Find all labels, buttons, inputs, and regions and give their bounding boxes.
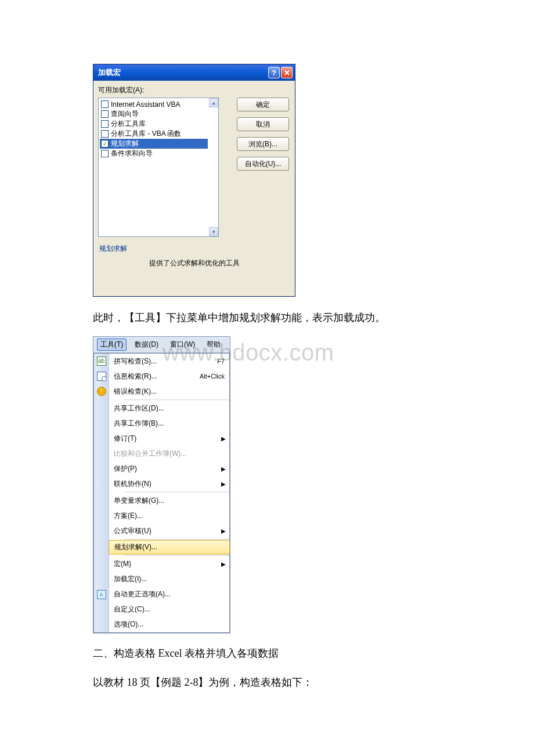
menu-item-solver[interactable]: 规划求解(V)...: [109, 540, 230, 555]
scroll-up-button[interactable]: ▴: [209, 98, 218, 107]
autocorrect-icon: A: [97, 590, 106, 599]
list-item[interactable]: 分析工具库 - VBA 函数: [100, 129, 208, 139]
group-description: 提供了公式求解和优化的工具: [98, 254, 290, 291]
menu-item-label: 错误检查(K)...: [114, 387, 225, 397]
menu-item-label: 单变量求解(G)...: [114, 496, 225, 506]
menu-item-label: 加载宏(I)...: [114, 574, 225, 584]
submenu-arrow-icon: ▶: [221, 528, 226, 534]
menu-tools[interactable]: 工具(T): [97, 339, 127, 351]
list-item-label: 分析工具库: [111, 119, 146, 129]
tools-menu-screenshot: 工具(T) 数据(D) 窗口(W) 帮助 ab !: [93, 336, 230, 633]
menu-item-accel: Alt+Click: [200, 373, 225, 380]
menu-item-label: 比较和合并工作簿(W)...: [114, 449, 225, 459]
menu-item-options[interactable]: 选项(O)...: [109, 617, 229, 632]
ok-button[interactable]: 确定: [237, 98, 289, 111]
menu-item-label: 修订(T): [114, 434, 225, 444]
checkbox-icon[interactable]: [101, 150, 109, 157]
menu-item-label: 规划求解(V)...: [114, 542, 224, 552]
list-item-label: Internet Assistant VBA: [111, 100, 180, 109]
menu-bar: 工具(T) 数据(D) 窗口(W) 帮助: [93, 337, 230, 353]
menu-data[interactable]: 数据(D): [131, 339, 162, 351]
menu-item-shared-workspace[interactable]: 共享工作区(D)...: [109, 401, 229, 416]
list-item-label: 分析工具库 - VBA 函数: [111, 129, 181, 139]
list-item-label: 查阅向导: [111, 109, 139, 119]
dialog-titlebar[interactable]: 加载宏 ? ✕: [93, 64, 295, 81]
paragraph-2: 二、构造表格 Excel 表格并填入各项数据: [93, 643, 441, 664]
menu-item-online-collaboration[interactable]: 联机协作(N) ▶: [109, 476, 229, 491]
menu-window[interactable]: 窗口(W): [167, 339, 199, 351]
menu-item-goal-seek[interactable]: 单变量求解(G)...: [109, 493, 229, 508]
menu-item-autocorrect[interactable]: 自动更正选项(A)...: [109, 586, 229, 602]
list-item[interactable]: 条件求和向导: [100, 149, 208, 159]
menu-item-label: 选项(O)...: [114, 620, 225, 629]
error-check-icon: !: [97, 387, 106, 396]
menu-item-formula-auditing[interactable]: 公式审核(U) ▶: [109, 523, 229, 538]
menu-item-label: 公式审核(U): [114, 526, 225, 536]
scroll-down-button[interactable]: ▾: [209, 227, 218, 236]
menu-item-label: 方案(E)...: [114, 511, 225, 521]
menu-item-customize[interactable]: 自定义(C)...: [109, 602, 229, 617]
menu-item-compare-merge: 比较和合并工作簿(W)...: [109, 446, 229, 461]
list-item-label: 规划求解: [111, 139, 139, 149]
menu-item-errorcheck[interactable]: 错误检查(K)...: [109, 384, 229, 399]
checkbox-icon[interactable]: [101, 100, 109, 108]
list-item[interactable]: 查阅向导: [100, 109, 208, 119]
tools-dropdown: ab ! A: [93, 353, 230, 633]
available-addins-label: 可用加载宏(A):: [98, 85, 290, 95]
cancel-button[interactable]: 取消: [237, 117, 289, 131]
automation-button[interactable]: 自动化(U)...: [237, 157, 289, 171]
menu-icon-column: ab ! A: [94, 354, 109, 632]
dialog-title: 加载宏: [98, 67, 267, 78]
menu-separator: [124, 555, 229, 556]
menu-item-macro[interactable]: 宏(M) ▶: [109, 556, 229, 571]
group-name-label: 规划求解: [98, 244, 290, 254]
menu-item-label: 共享工作簿(B)...: [114, 419, 225, 429]
menu-item-scenarios[interactable]: 方案(E)...: [109, 508, 229, 523]
menu-item-addins[interactable]: 加载宏(I)...: [109, 571, 229, 586]
research-icon: [97, 372, 106, 381]
menu-help[interactable]: 帮助: [203, 339, 224, 351]
help-button[interactable]: ?: [268, 67, 280, 78]
menu-separator: [124, 399, 229, 400]
list-item[interactable]: 分析工具库: [100, 119, 208, 129]
list-item-label: 条件求和向导: [111, 149, 153, 159]
menu-item-research[interactable]: 信息检索(R)... Alt+Click: [109, 369, 229, 384]
checkbox-icon[interactable]: [101, 110, 109, 118]
checkbox-icon[interactable]: [101, 130, 109, 138]
menu-item-label: 宏(M): [114, 559, 225, 569]
checkbox-icon[interactable]: [101, 120, 109, 128]
paragraph-3: 以教材 18 页【例题 2-8】为例，构造表格如下：: [93, 672, 441, 693]
menu-item-share-workbook[interactable]: 共享工作簿(B)...: [109, 416, 229, 431]
menu-item-label: 自动更正选项(A)...: [114, 589, 225, 599]
menu-item-protect[interactable]: 保护(P) ▶: [109, 461, 229, 476]
menu-item-track-changes[interactable]: 修订(T) ▶: [109, 431, 229, 446]
submenu-arrow-icon: ▶: [221, 466, 226, 472]
menu-item-label: 保护(P): [114, 464, 225, 474]
menu-item-label: 信息检索(R)...: [114, 372, 197, 381]
close-button[interactable]: ✕: [281, 67, 293, 78]
browse-button[interactable]: 浏览(B)...: [237, 137, 289, 151]
menu-separator: [124, 539, 229, 539]
submenu-arrow-icon: ▶: [221, 561, 226, 567]
spellcheck-icon: ab: [97, 357, 106, 366]
menu-item-accel: F7: [217, 358, 225, 365]
menu-item-label: 自定义(C)...: [114, 604, 225, 614]
menu-separator: [124, 492, 229, 492]
list-item[interactable]: Internet Assistant VBA: [100, 99, 208, 109]
menu-item-label: 联机协作(N): [114, 479, 225, 489]
submenu-arrow-icon: ▶: [221, 435, 226, 442]
checkbox-checked-icon[interactable]: ✓: [101, 140, 109, 147]
paragraph-1: 此时，【工具】下拉菜单中增加规划求解功能，表示加载成功。: [93, 307, 441, 328]
addins-dialog: 加载宏 ? ✕ 可用加载宏(A): ▴ Internet Assistant V…: [93, 64, 295, 297]
menu-item-spellcheck[interactable]: 拼写检查(S)... F7: [109, 354, 229, 369]
addins-listbox[interactable]: ▴ Internet Assistant VBA 查阅向导: [98, 98, 219, 237]
list-item[interactable]: ✓ 规划求解: [100, 139, 208, 149]
submenu-arrow-icon: ▶: [221, 481, 226, 487]
menu-item-label: 拼写检查(S)...: [114, 357, 215, 366]
menu-item-label: 共享工作区(D)...: [114, 404, 225, 413]
